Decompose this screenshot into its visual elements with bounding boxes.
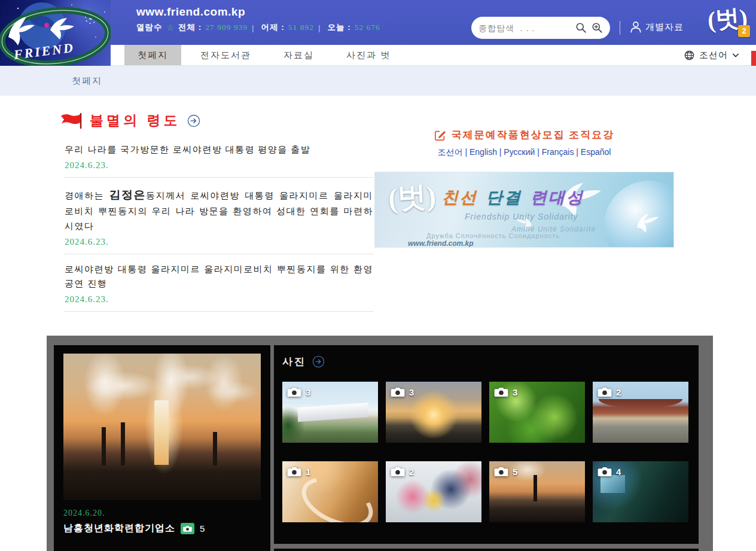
notice-language-links: 조선어 English Русский Français Español [374, 147, 674, 158]
smoke-graphic [84, 354, 126, 416]
smoke-graphic [205, 354, 243, 411]
photo-count: 3 [513, 387, 517, 397]
photo-grid: 3 3 3 2 1 2 [282, 382, 690, 522]
stack-graphic [102, 427, 106, 465]
friend-logo[interactable]: FRIEND [0, 0, 111, 66]
lang-link-french[interactable]: Français [537, 147, 574, 157]
featured-caption[interactable]: 남흥청년화학련합기업소 5 [63, 522, 261, 535]
lang-link-korean[interactable]: 조선어 [438, 147, 463, 157]
notice-title: 국제문예작품현상모집 조직요강 [452, 128, 615, 142]
stat-total: 전체 : 27 909 939 [178, 22, 248, 33]
camera-icon [494, 466, 508, 477]
person-icon [629, 20, 642, 34]
site-block: www.friend.com.kp 열람수 ☆ 전체 : 27 909 939 … [136, 5, 380, 33]
star-icon: ☆ [167, 23, 175, 32]
tower-graphic [154, 400, 169, 465]
photo-thumb[interactable]: 5 [489, 461, 585, 522]
camera-icon [598, 386, 612, 398]
banner-word: 친선 [442, 188, 478, 206]
personal-data-link[interactable]: 개별자료 [629, 20, 684, 34]
globe-icon [684, 50, 695, 61]
photo-thumb[interactable]: 3 [282, 382, 378, 443]
lang-link-russian[interactable]: Русский [499, 147, 535, 157]
photo-thumb[interactable]: 3 [489, 382, 585, 443]
news-title[interactable]: 우리 나라를 국가방문한 로씨야련방 대통령 평양을 출발 [65, 142, 373, 157]
featured-photo-card[interactable]: 2024.6.20. 남흥청년화학련합기업소 5 [54, 345, 270, 551]
photos-more-icon[interactable] [312, 355, 325, 368]
personal-data-label: 개별자료 [645, 22, 684, 33]
featured-caption-text: 남흥청년화학련합기업소 [63, 522, 175, 535]
photo-count: 2 [409, 467, 414, 477]
main-content: 불멸의 령도 우리 나라를 국가방문한 로씨야련방 대통령 평양을 출발 202… [37, 96, 719, 551]
news-item[interactable]: 경애하는 김정은동지께서 로씨야련방 대통령 울라지미르 울라지미로비치 뿌찐동… [65, 178, 373, 254]
language-label: 조선어 [699, 50, 728, 61]
header-divider [620, 21, 620, 35]
leadership-section: 불멸의 령도 우리 나라를 국가방문한 로씨야련방 대통령 평양을 출발 202… [54, 109, 373, 312]
photo-count: 1 [306, 467, 310, 477]
tab-home[interactable]: 첫페지 [124, 45, 181, 65]
photos-title: 사진 [282, 355, 306, 369]
banner-bot-logo: (벗) [387, 177, 437, 218]
photos-panel: 사진 3 3 3 2 [274, 345, 699, 544]
news-list: 우리 나라를 국가방문한 로씨야련방 대통령 평양을 출발 2024.6.23.… [65, 135, 373, 312]
news-item[interactable]: 로씨야련방 대통령 울라지미르 울라지미로비치 뿌찐동지를 위한 환영공연 진행… [65, 254, 373, 312]
photo-thumb[interactable]: 3 [386, 382, 481, 443]
advanced-search-icon[interactable] [592, 22, 603, 34]
tab-elibrary[interactable]: 전자도서관 [187, 45, 264, 65]
news-title[interactable]: 로씨야련방 대통령 울라지미르 울라지미로비치 뿌찐동지를 위한 환영공연 진행 [65, 262, 373, 292]
videos-panel: 동영상 봄철승마애호가경기 [274, 549, 699, 551]
media-section: 2024.6.20. 남흥청년화학련합기업소 5 사진 [47, 336, 713, 551]
notification-badge[interactable]: 2 [738, 25, 750, 37]
language-selector[interactable]: 조선어 [684, 45, 739, 65]
photo-count: 3 [409, 387, 414, 397]
stat-label: 전체 : [178, 22, 202, 33]
friendship-banner[interactable]: (벗) 친선단결련대성 Friendship Unity Solidarity … [374, 172, 674, 248]
leadership-title: 불멸의 령도 [90, 111, 180, 130]
banner-english: Friendship Unity Solidarity [465, 212, 578, 221]
site-url: www.friend.com.kp [136, 5, 380, 19]
breadcrumb-band: 첫페지 [0, 66, 756, 96]
lang-link-english[interactable]: English [465, 147, 496, 157]
top-header: FRIEND www.friend.com.kp 열람수 ☆ 전체 : 27 9… [0, 0, 756, 45]
views-label: 열람수 [136, 22, 163, 33]
featured-date: 2024.6.20. [63, 509, 261, 518]
tab-archive[interactable]: 자료실 [270, 45, 327, 65]
news-title[interactable]: 경애하는 김정은동지께서 로씨야련방 대통령 울라지미르 울라지미로비치 뿌찐동… [65, 185, 373, 234]
stat-label: 어제 : [261, 22, 285, 33]
notice-section: 국제문예작품현상모집 조직요강 조선어 English Русский Fran… [374, 109, 674, 312]
featured-photo[interactable] [63, 354, 261, 500]
camera-icon [391, 466, 405, 477]
photo-thumb[interactable]: 2 [593, 382, 688, 443]
stat-label: 오늘 : [327, 22, 350, 33]
search-bar [471, 17, 610, 39]
news-date: 2024.6.23. [65, 294, 373, 305]
stat-value: 51 892 [288, 23, 314, 32]
visit-stats: 열람수 ☆ 전체 : 27 909 939 어제 : 51 892 오늘 : 5… [136, 22, 380, 33]
banner-russian: Дружба Сплочённость Солидарность [426, 232, 560, 239]
stat-value: 52 676 [355, 23, 380, 32]
news-title-prefix: 경애하는 [65, 191, 109, 200]
camera-icon [287, 386, 301, 398]
search-input[interactable] [478, 23, 571, 33]
lang-link-spanish[interactable]: Español [576, 147, 611, 157]
main-nav: 첫페지 전자도서관 자료실 사진과 벗 조선어 [0, 45, 756, 66]
featured-photo-count: 5 [200, 523, 205, 534]
search-icon[interactable] [575, 22, 587, 34]
chevron-down-icon [732, 53, 739, 58]
photo-thumb[interactable]: 1 [282, 461, 378, 522]
notice-heading[interactable]: 국제문예작품현상모집 조직요강 [374, 109, 674, 142]
news-item[interactable]: 우리 나라를 국가방문한 로씨야련방 대통령 평양을 출발 2024.6.23. [65, 135, 373, 178]
breadcrumb[interactable]: 첫페지 [72, 75, 102, 87]
red-flag-icon [60, 112, 83, 129]
stat-today: 오늘 : 52 676 [318, 22, 380, 33]
leader-name: 김정은 [109, 188, 146, 201]
photo-count: 5 [513, 467, 517, 477]
photo-thumb[interactable]: 2 [386, 461, 481, 522]
banner-korean-title: 친선단결련대성 [442, 187, 584, 208]
photo-thumb[interactable]: 4 [593, 461, 688, 522]
banner-word: 단결 [486, 188, 522, 206]
tab-photos-friend[interactable]: 사진과 벗 [333, 45, 404, 65]
leadership-more-icon[interactable] [187, 114, 200, 127]
photo-count: 2 [616, 387, 621, 397]
camera-icon [494, 386, 508, 398]
